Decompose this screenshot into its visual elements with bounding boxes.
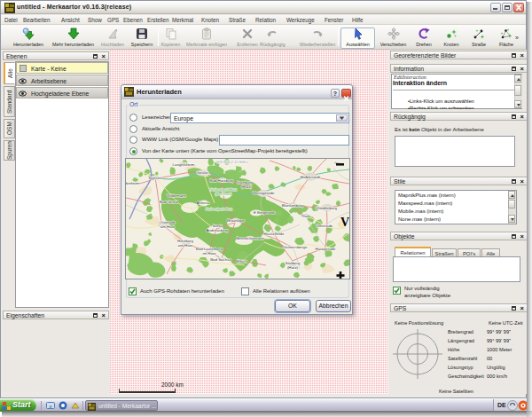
svg-text:Güntersberge: Güntersberge bbox=[284, 245, 308, 249]
svg-text:Harzgerode: Harzgerode bbox=[316, 247, 336, 251]
svg-text:(Harz): (Harz) bbox=[287, 265, 299, 270]
svg-text:E Bingerode: E Bingerode bbox=[254, 210, 276, 215]
svg-text:(Harz): (Harz) bbox=[241, 185, 253, 189]
svg-text:(Hochharz): (Hochharz) bbox=[215, 193, 233, 196]
svg-text:Blankenburg: Blankenburg bbox=[282, 203, 304, 208]
svg-text:Seesen: Seesen bbox=[149, 176, 162, 180]
svg-text:Andreasberg: Andreasberg bbox=[206, 228, 229, 232]
svg-text:Bad Harzburg: Bad Harzburg bbox=[209, 178, 234, 183]
svg-text:Ellrich: Ellrich bbox=[237, 259, 248, 264]
svg-text:Quedlinburg: Quedlinburg bbox=[316, 206, 337, 210]
svg-text:am Harz: am Harz bbox=[160, 224, 176, 229]
svg-text:Wernigerode: Wernigerode bbox=[252, 191, 275, 195]
svg-text:Thale: Thale bbox=[301, 214, 312, 218]
svg-text:Nationalpark Harz: Nationalpark Harz bbox=[210, 188, 237, 192]
svg-text:Goslar: Goslar bbox=[197, 170, 208, 175]
svg-text:4.96 MiB (2.41 MiB/s): 4.96 MiB (2.41 MiB/s) bbox=[216, 161, 249, 164]
svg-text:Hasselfelde: Hasselfelde bbox=[264, 232, 285, 236]
svg-text:Benneckenstein: Benneckenstein bbox=[236, 236, 264, 240]
svg-text:am Harz: am Harz bbox=[178, 243, 193, 248]
svg-text:Wildemann: Wildemann bbox=[167, 193, 187, 198]
svg-text:Halberstadt: Halberstadt bbox=[301, 175, 321, 179]
svg-text:Nationalpark Harz: Nationalpark Harz bbox=[206, 208, 232, 211]
svg-text:V: V bbox=[340, 216, 349, 229]
svg-text:Bad Sachsa: Bad Sachsa bbox=[210, 257, 231, 262]
svg-text:Gernrode: Gernrode bbox=[317, 224, 333, 228]
svg-text:Bad Grund: Bad Grund bbox=[159, 200, 178, 204]
svg-text:e: e bbox=[49, 403, 51, 410]
svg-text:denheim: denheim bbox=[126, 181, 140, 185]
svg-text:im Harz: im Harz bbox=[202, 251, 215, 256]
svg-text:Ahlerva: Ahlerva bbox=[197, 201, 210, 205]
svg-text:Langelsheim: Langelsheim bbox=[173, 162, 195, 167]
svg-text:Braunlage: Braunlage bbox=[227, 218, 246, 223]
